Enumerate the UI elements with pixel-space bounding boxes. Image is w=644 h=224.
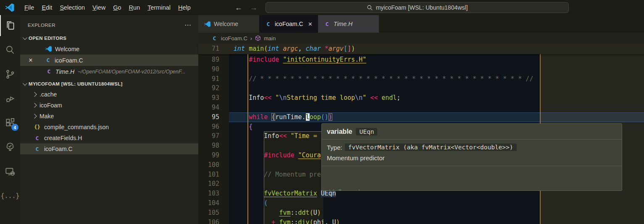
search-sidebar-icon[interactable] (0, 39, 20, 60)
code-line-89[interactable]: 89 #include "initContinuityErrs.H" (198, 55, 644, 65)
tree-item-createfields[interactable]: C createFields.H (20, 133, 198, 143)
menu-terminal[interactable]: Terminal (144, 3, 174, 13)
line-code: #include "initContinuityErrs.H" (234, 56, 366, 63)
code-line-94[interactable]: 94 (198, 103, 644, 112)
remote-explorer-icon[interactable] (0, 161, 20, 182)
open-editor-timeh[interactable]: C Time.H ~/OpenFOAM/OpenFOAM-v2012/src/O… (20, 66, 198, 77)
tree-item-icofoam-folder[interactable]: icoFoam (20, 100, 198, 111)
line-number: 91 (198, 74, 219, 84)
line-code: fvm::ddt(U) (234, 209, 321, 216)
close-icon[interactable]: ✕ (308, 21, 313, 27)
tab-bar: Welcome C icoFoam.C ✕ C Time.H (198, 15, 644, 33)
breadcrumb-separator: › (250, 35, 252, 42)
c-header-file-icon: C (323, 21, 331, 28)
menu-run[interactable]: Run (125, 3, 144, 13)
chevron-right-icon (32, 92, 37, 96)
hover-description: Momentum predictor (327, 154, 617, 161)
tree-item-compile-commands[interactable]: {} compile_commands.json (20, 122, 198, 133)
menu-bar: File Edit Selection View Go Run Terminal… (21, 3, 195, 13)
hover-tooltip[interactable]: variable UEqn Type: fvVectorMatrix (aka … (321, 123, 622, 191)
test-tree-icon[interactable] (0, 137, 20, 158)
chevron-down-icon (23, 81, 27, 86)
line-number: 89 (198, 55, 219, 65)
menu-selection[interactable]: Selection (56, 3, 89, 13)
hover-type-label: Type: (327, 144, 342, 151)
chevron-down-icon (23, 35, 27, 40)
tab-icofoam[interactable]: C icoFoam.C ✕ (259, 15, 318, 33)
breadcrumb-file[interactable]: icoFoam.C (221, 35, 247, 42)
tab-welcome[interactable]: Welcome (198, 15, 259, 33)
line-number: 95 (198, 112, 219, 122)
code-line-104[interactable]: 104 ( (198, 198, 644, 208)
line-code: Info<< "Time = (234, 132, 321, 140)
command-center-search[interactable]: myicoFoam [WSL: Ubuntu1804wsl] (265, 2, 569, 13)
hover-symbol-name: UEqn (356, 128, 377, 135)
line-number: 96 (198, 122, 219, 132)
open-editors-header[interactable]: OPEN EDITORS (20, 33, 198, 43)
source-control-icon[interactable] (0, 64, 20, 85)
line-number: 101 (198, 170, 219, 180)
navigate-back-icon[interactable]: ← (235, 3, 242, 12)
code-line-91[interactable]: 91 // * * * * * * * * * * * * * * * * * … (198, 74, 644, 84)
extensions-icon[interactable]: 4 (0, 112, 20, 133)
run-debug-icon[interactable] (0, 88, 20, 109)
sidebar-title: EXPLORER (28, 23, 55, 28)
c-header-file-icon: C (34, 135, 41, 142)
line-code: { (234, 123, 252, 130)
explorer-sidebar: EXPLORER ⋯ OPEN EDITORS Welcome ✕ C icoF… (20, 15, 198, 224)
sidebar-more-actions-icon[interactable]: ⋯ (184, 21, 192, 29)
tree-item-icofoam-file[interactable]: C icoFoam.C (20, 143, 198, 154)
line-code: #include "Coura (234, 151, 321, 159)
breadcrumb-symbol[interactable]: main (264, 35, 276, 42)
tree-item-make[interactable]: Make (20, 111, 198, 122)
vscode-logo-icon (5, 3, 15, 13)
line-number: 97 (198, 131, 219, 141)
menu-file[interactable]: File (21, 3, 38, 13)
line-number: 103 (198, 189, 219, 198)
code-line-90[interactable]: 90 (198, 65, 644, 74)
navigate-forward-icon[interactable]: → (250, 3, 258, 12)
c-header-file-icon: C (45, 68, 53, 75)
tab-timeh[interactable]: C Time.H (318, 15, 379, 33)
line-number: 98 (198, 141, 219, 151)
explorer-icon[interactable] (0, 15, 20, 36)
code-line-93[interactable]: 93 Info<< "\nStarting time loop\n" << en… (198, 93, 644, 103)
hover-type-value: fvVectorMatrix (aka fvMatrix<Vector<doub… (345, 143, 517, 151)
open-editor-icofoam[interactable]: ✕ C icoFoam.C (20, 55, 198, 66)
menu-help[interactable]: Help (174, 3, 195, 13)
line-number: 100 (198, 160, 219, 170)
line-number: 94 (198, 103, 219, 112)
chevron-right-icon (32, 103, 37, 107)
breadcrumb[interactable]: C icoFoam.C › main (198, 33, 644, 44)
project-section-header[interactable]: MYICOFOAM [WSL: UBUNTU1804WSL] (20, 79, 198, 89)
line-number: 106 (198, 218, 219, 224)
line-number: 92 (198, 83, 219, 93)
menu-go[interactable]: Go (109, 3, 125, 13)
close-icon[interactable]: ✕ (25, 57, 36, 63)
line-number: 99 (198, 151, 219, 160)
sticky-line-number: 71 (198, 44, 219, 54)
command-center-label: myicoFoam [WSL: Ubuntu1804wsl] (376, 4, 468, 11)
sticky-scroll-line[interactable]: 71 int main(int argc, char *argv[]) (198, 44, 644, 54)
tree-item-cache[interactable]: .cache (20, 89, 198, 100)
line-code: + fvm::div(phi, U) (234, 219, 340, 224)
line-number: 104 (198, 198, 219, 208)
sticky-line-code: int main(int argc, char *argv[]) (234, 44, 355, 54)
menu-view[interactable]: View (89, 3, 109, 13)
open-editor-welcome[interactable]: Welcome (20, 43, 198, 55)
code-line-106[interactable]: 106 + fvm::div(phi, U) (198, 218, 644, 224)
braces-panel-icon[interactable]: {...} (0, 185, 20, 206)
vscode-logo-icon (45, 45, 52, 52)
line-code: Info<< "\nStarting time loop\n" << endl; (234, 94, 400, 102)
line-code: // * * * * * * * * * * * * * * * * * * *… (234, 75, 533, 83)
file-path-hint: ~/OpenFOAM/OpenFOAM-v2012/src/OpenF... (78, 69, 185, 75)
title-bar: File Edit Selection View Go Run Terminal… (0, 0, 644, 15)
line-code: while (runTime.loop()) (234, 113, 332, 121)
json-file-icon: {} (34, 124, 41, 131)
code-line-92[interactable]: 92 (198, 83, 644, 93)
menu-edit[interactable]: Edit (38, 3, 56, 13)
symbol-cube-icon (255, 35, 261, 41)
code-line-105[interactable]: 105 fvm::ddt(U) (198, 208, 644, 218)
search-icon (367, 5, 373, 11)
code-line-95[interactable]: 95 while (runTime.loop()) (198, 112, 644, 122)
